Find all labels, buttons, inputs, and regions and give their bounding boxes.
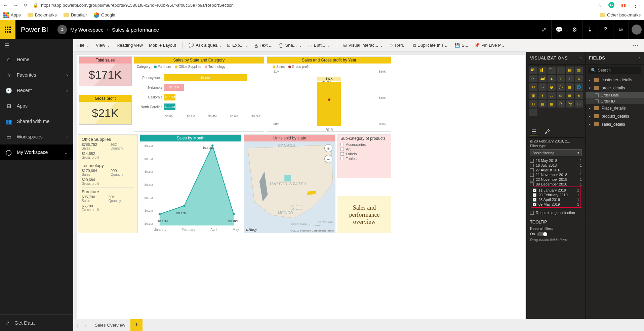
require-single-selection[interactable]: Require single selection	[527, 209, 585, 217]
breadcrumb-report[interactable]: Sales & performance	[112, 27, 159, 33]
settings-gear-icon[interactable]: ⚙	[567, 20, 582, 39]
feedback-smiley-icon[interactable]: ☺	[613, 20, 629, 39]
checkbox-icon[interactable]	[340, 148, 344, 151]
viz-key-influencers-icon[interactable]: ⊶	[575, 100, 583, 108]
chevron-right-icon[interactable]: ›	[580, 55, 582, 60]
viz-scatter-icon[interactable]: ∴	[538, 83, 547, 91]
ribbon-duplicate[interactable]: ⧉Duplicate this ...	[413, 43, 449, 48]
checkbox-icon[interactable]	[340, 157, 344, 160]
viz-line-column-icon[interactable]: ⫿	[557, 75, 565, 82]
forward-icon[interactable]: →	[13, 3, 18, 8]
bookmark-item[interactable]: Google	[94, 12, 115, 18]
hamburger-icon[interactable]: ☰	[0, 39, 73, 52]
extension-icon[interactable]: ▮▮	[621, 3, 626, 8]
viz-stacked-column-icon[interactable]	[538, 67, 547, 74]
viz-stacked-bar-icon[interactable]	[529, 67, 537, 74]
slicer-option[interactable]: Art	[338, 147, 391, 152]
add-page-button[interactable]: +	[130, 319, 143, 331]
comments-icon[interactable]: 💬	[551, 20, 567, 39]
ribbon-shapes[interactable]: ◯Sha... ⌄	[279, 43, 302, 48]
viz-gauge-icon[interactable]: ◡	[548, 92, 556, 99]
ribbon-pin[interactable]: 📌Pin Live P...	[474, 43, 504, 48]
viz-waterfall-icon[interactable]: ⊓	[529, 83, 537, 91]
page-tab-active[interactable]: Sales Overview	[89, 319, 130, 331]
ribbon-ask-question[interactable]: 💬Ask a ques...	[189, 43, 221, 48]
viz-100stacked-column-icon[interactable]: ▥	[575, 67, 583, 74]
breadcrumb-workspace[interactable]: My Workspace	[70, 27, 104, 33]
tab-prev-icon[interactable]: ‹	[73, 322, 81, 328]
field-table[interactable]: ▸product_details	[586, 112, 644, 120]
field-table[interactable]: ▾order_details	[586, 84, 644, 92]
filter-value[interactable]: ✓20 February 20191	[532, 193, 580, 197]
viz-line-clustered-icon[interactable]: ⫿	[566, 75, 574, 82]
viz-funnel-icon[interactable]: ▼	[538, 92, 547, 99]
fields-search[interactable]: 🔍Search	[588, 67, 641, 74]
viz-line-icon[interactable]	[529, 75, 537, 82]
apps-shortcut[interactable]: Apps	[3, 12, 21, 18]
checkbox-icon[interactable]	[530, 173, 534, 177]
field-item[interactable]: Order Date	[586, 92, 644, 98]
kpi-total-sales[interactable]: Total sales $171K	[79, 56, 132, 86]
filter-value[interactable]: 11 November 20181	[529, 172, 582, 177]
bookmark-item[interactable]: Dataflair	[64, 12, 87, 17]
address-bar[interactable]: 🔒 https://app.powerbi.com/groups/me/repo…	[33, 3, 593, 8]
filter-type-select[interactable]: Basic filtering▾	[530, 149, 582, 156]
viz-pie-icon[interactable]: ◕	[548, 83, 556, 91]
checkbox-icon[interactable]	[530, 168, 534, 172]
fullscreen-icon[interactable]: ⤢	[536, 20, 551, 39]
get-data-button[interactable]: ↗Get Data	[0, 314, 73, 331]
filter-value[interactable]: 22 November 20181	[529, 177, 582, 182]
ribbon-refresh[interactable]: ⟳Refr...	[390, 43, 407, 48]
viz-filled-map-icon[interactable]: ▣	[529, 92, 537, 99]
checkbox-icon[interactable]	[595, 93, 599, 97]
ribbon-file[interactable]: File ⌄	[77, 43, 90, 48]
report-canvas[interactable]: Total sales $171K Gross profit $21K Sale…	[77, 55, 525, 319]
filter-value[interactable]: 27 August 20181	[529, 168, 582, 172]
kpi-gross-profit[interactable]: Gross profit $21K	[79, 95, 132, 125]
tab-next-icon[interactable]: ›	[81, 322, 89, 328]
sidebar-item-apps[interactable]: ⊞Apps	[0, 98, 73, 114]
viz-ribbon-icon[interactable]: ≋	[575, 75, 583, 82]
ribbon-view[interactable]: View ⌄	[96, 43, 111, 48]
field-table[interactable]: ▸customer_details	[586, 76, 644, 84]
checkbox-icon[interactable]	[340, 143, 344, 146]
zoom-in-icon[interactable]: +	[324, 144, 332, 152]
ribbon-textbox[interactable]: A̲Text ...	[255, 43, 272, 48]
star-icon[interactable]: ☆	[598, 3, 602, 8]
viz-slicer-icon[interactable]: ⊟	[529, 100, 537, 108]
app-launcher-icon[interactable]	[0, 20, 15, 39]
slicer-subcategory[interactable]: Sub-category of products Accessories Art…	[337, 134, 391, 178]
pane-header[interactable]: VISUALIZATIONS›	[527, 52, 585, 65]
sidebar-item-favorites[interactable]: ☆Favorites›	[0, 67, 73, 83]
ribbon-more-icon[interactable]: ⋯	[633, 42, 640, 49]
zoom-out-icon[interactable]: −	[324, 155, 332, 163]
slicer-option[interactable]: Labels	[338, 152, 391, 156]
viz-100stacked-bar-icon[interactable]: ▤	[566, 67, 574, 74]
sidebar-item-workspaces[interactable]: ▭Workspaces›	[0, 129, 73, 144]
visual-units-by-state[interactable]: Units sold by state CANADA UNITED STATES…	[244, 134, 335, 233]
filter-value[interactable]: ✓25 April 20191	[532, 197, 580, 202]
viz-clustered-bar-icon[interactable]	[548, 67, 556, 74]
viz-area-icon[interactable]	[538, 75, 547, 82]
ribbon-explore[interactable]: ⊡Exp... ⌄	[227, 43, 249, 48]
checkbox-icon[interactable]	[530, 164, 534, 167]
viz-more-icon[interactable]: ⋯	[527, 118, 585, 126]
ribbon-save[interactable]: 💾S...	[454, 43, 468, 48]
viz-matrix-icon[interactable]: ▦	[548, 100, 556, 108]
visual-category-summary[interactable]: Office Supplies $786,752Sales962Quantity…	[78, 134, 138, 233]
field-item[interactable]: Order ID	[586, 98, 644, 104]
ribbon-buttons[interactable]: ▭Butt... ⌄	[308, 43, 331, 48]
checkbox-icon[interactable]: ✓	[533, 189, 536, 192]
checkbox-icon[interactable]	[340, 152, 344, 156]
viz-stacked-area-icon[interactable]: ▲	[548, 75, 556, 82]
viz-treemap-icon[interactable]: ▦	[566, 83, 574, 91]
grammarly-icon[interactable]: G	[608, 2, 614, 8]
field-table[interactable]: ▸sales_details	[586, 120, 644, 128]
ribbon-reading-view[interactable]: Reading view	[117, 43, 143, 48]
sidebar-item-recent[interactable]: 🕘Recent›	[0, 83, 73, 98]
filter-value[interactable]: 13 May 20181	[529, 158, 582, 163]
download-icon[interactable]: ⭳	[582, 20, 598, 39]
checkbox-icon[interactable]: ✓	[533, 198, 536, 202]
sidebar-item-shared[interactable]: 👥Shared with me	[0, 114, 73, 129]
viz-donut-icon[interactable]: ◯	[557, 83, 565, 91]
